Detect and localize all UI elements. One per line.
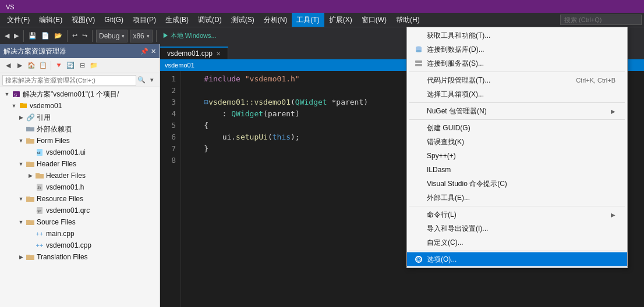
menu-tools-cmd-line[interactable]: 命令行(L) ▶ [407,208,627,222]
menu-tools-error-lookup[interactable]: 错误查找(K) [407,135,627,149]
translation-files-label: Translation Files [37,253,88,261]
menu-extensions[interactable]: 扩展(X) [324,13,357,27]
solution-explorer: 解决方案资源管理器 📌 ✕ ◀ ▶ 🏠 📋 🔻 🔄 ⊟ 📁 🔍 ▾ [0,44,160,307]
toolbar-sep-1 [23,30,24,42]
tab-vsdemo01-cpp[interactable]: vsdemo01.cpp ✕ [160,47,228,59]
menu-tools-connect-server[interactable]: 连接到服务器(S)... [407,56,627,70]
divider-1 [409,72,625,72]
resource-files-icon [26,194,35,204]
menu-test[interactable]: 测试(S) [227,13,259,27]
menu-tools-ildasm[interactable]: ILDasm [407,163,627,177]
tree-resource-files[interactable]: ▼ Resource Files [0,193,160,205]
sidebar-filter-btn[interactable]: 🔻 [53,60,65,72]
error-lookup-label: 错误查找(K) [427,137,464,147]
menu-window[interactable]: 窗口(W) [357,13,391,27]
line-num-2: 2 [165,85,176,97]
form-files-label: Form Files [37,137,70,145]
menu-search-input[interactable] [560,15,642,25]
menu-git[interactable]: Git(G) [100,13,128,27]
menu-tools-snippet-manager[interactable]: 代码片段管理器(T)... Ctrl+K, Ctrl+B [407,73,627,87]
toolbar-redo-btn[interactable]: ↪ [80,31,90,41]
menu-tools[interactable]: 工具(T) [292,13,324,27]
tree-translation-files[interactable]: ▶ Translation Files [0,251,160,263]
tree-header-files-sub[interactable]: ▶ Header Files [0,170,160,181]
choose-toolbox-label: 选择工具箱项(X)... [427,90,484,99]
translation-files-icon [26,252,35,262]
references-label: 引用 [37,113,51,123]
sidebar-title: 解决方案资源管理器 [3,47,66,56]
vs-cmd-icon [414,179,423,188]
project-label: vsdemo01 [30,102,62,110]
tree-vsdemo01-qrc[interactable]: ▶ qrc vsdemo01.qrc [0,205,160,216]
menu-tools-options[interactable]: 选项(O)... [407,252,627,266]
vsdemo01-cpp-icon: ++ [35,241,44,250]
tree-form-files[interactable]: ▼ Form Files [0,135,160,147]
menu-tools-import-export[interactable]: 导入和导出设置(I)... [407,222,627,235]
svg-rect-23 [26,220,30,221]
toolbar-save-btn[interactable]: 💾 [26,31,39,41]
menu-tools-create-guid[interactable]: 创建 GUID(G) [407,121,627,135]
tree-project[interactable]: ▼ vsdemo01 [0,100,160,112]
search-options-icon[interactable]: ▾ [147,75,157,85]
snippet-manager-icon [414,76,423,85]
toolbar-forward-btn[interactable]: ▶ [12,31,21,41]
sidebar-back-btn[interactable]: ◀ [2,60,14,72]
sidebar-toolbar: ◀ ▶ 🏠 📋 🔻 🔄 ⊟ 📁 [0,58,160,73]
menu-analyze[interactable]: 分析(N) [259,13,292,27]
menu-tools-spy[interactable]: Spy++(+) [407,149,627,163]
create-guid-label: 创建 GUID(G) [427,123,470,133]
tab-close-icon[interactable]: ✕ [216,51,221,57]
tree-vsdemo01-h[interactable]: ▶ .h vsdemo01.h [0,181,160,193]
divider-4 [409,206,625,206]
menu-project[interactable]: 项目(P) [128,13,161,27]
platform-dropdown[interactable]: x86 ▾ [130,30,152,42]
search-icon[interactable]: 🔍 [136,75,147,85]
menu-debug[interactable]: 调试(D) [193,13,227,27]
platform-label: x86 [133,32,144,40]
options-gear-icon [414,255,423,264]
source-files-icon [26,217,35,227]
menu-file[interactable]: 文件(F) [2,13,34,27]
references-arrow-icon: ▶ [16,113,26,122]
tree-main-cpp[interactable]: ▶ ++ main.cpp [0,228,160,240]
toolbar-open-btn[interactable]: 📂 [52,31,65,41]
toolbar-undo-btn[interactable]: ↩ [70,31,80,41]
menu-tools-vs-cmd[interactable]: Visual Studio 命令提示(C) [407,177,627,191]
tree-source-files[interactable]: ▼ Source Files [0,216,160,228]
tree-header-files[interactable]: ▼ Header Files [0,158,160,170]
header-sub-arrow-icon: ▶ [26,171,35,180]
menu-tools-nuget[interactable]: NuGet 包管理器(N) ▶ [407,104,627,118]
snippet-manager-label: 代码片段管理器(T)... [427,76,490,85]
tree-references[interactable]: ▶ 🔗 引用 [0,112,160,123]
menu-tools-external-tools[interactable]: 外部工具(E)... [407,191,627,205]
sidebar-search-bar: 🔍 ▾ [0,73,160,87]
sidebar-props-btn[interactable]: 📋 [37,60,49,72]
tree-solution[interactable]: ▼ S 解决方案"vsdemo01"(1 个项目/ [0,88,160,100]
line-num-5: 5 [165,120,176,131]
line-num-1: 1 [165,73,176,85]
tree-external-deps[interactable]: ▶ 外部依赖项 [0,123,160,135]
sidebar-refresh-btn[interactable]: 🔄 [65,60,76,72]
menu-tools-get-tools[interactable]: 获取工具和功能(T)... [407,28,627,42]
menu-edit[interactable]: 编辑(E) [34,13,67,27]
menu-tools-choose-toolbox[interactable]: 选择工具箱项(X)... [407,87,627,101]
sidebar-home-btn[interactable]: 🏠 [26,60,37,72]
sidebar-new-folder-btn[interactable]: 📁 [88,60,100,72]
header-files-arrow-icon: ▼ [16,159,26,169]
toolbar-new-btn[interactable]: 📄 [39,31,52,41]
sidebar-collapse-btn[interactable]: ⊟ [76,60,88,72]
sidebar-close-icon[interactable]: ✕ [151,48,156,55]
menu-build[interactable]: 生成(B) [161,13,193,27]
menu-tools-customize[interactable]: 自定义(C)... [407,235,627,249]
sidebar-forward-btn[interactable]: ▶ [14,60,26,72]
toolbar-back-btn[interactable]: ◀ [2,31,12,41]
tree-vsdemo01-cpp[interactable]: ▶ ++ vsdemo01.cpp [0,240,160,251]
menu-tools-connect-db[interactable]: 连接到数据库(D)... [407,42,627,56]
tree-vsdemo01-ui[interactable]: ▶ ui vsdemo01.ui [0,147,160,158]
menu-help[interactable]: 帮助(H) [391,13,424,27]
sidebar-pin-icon[interactable]: 📌 [140,48,148,55]
debug-mode-dropdown[interactable]: Debug ▾ [96,30,128,42]
sidebar-search-input[interactable] [2,75,136,85]
menu-view[interactable]: 视图(V) [67,13,100,27]
run-button[interactable]: ▶ 本地 Windows... [159,30,220,41]
